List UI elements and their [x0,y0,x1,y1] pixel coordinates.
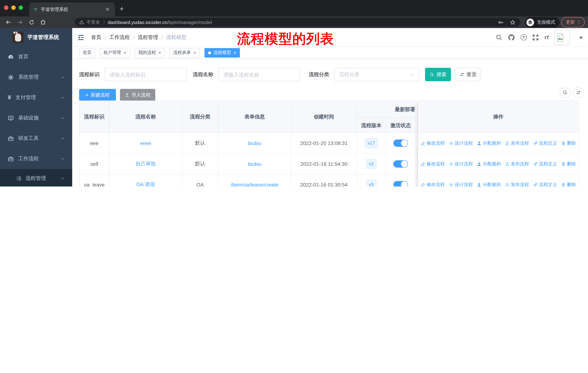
fullscreen-icon[interactable] [532,34,539,40]
sidebar-item-workflow[interactable]: 工作流程 [0,149,72,169]
active-toggle[interactable] [393,181,408,186]
warning-icon [79,20,84,25]
breadcrumb-process-mgmt[interactable]: 流程管理 [138,34,158,41]
chevron-down-icon [61,75,65,80]
breadcrumb-current: 流程模型 [166,34,187,41]
close-icon[interactable]: × [234,50,236,55]
action-publish-process[interactable]: 发布流程 [505,161,529,167]
new-tab-button[interactable]: + [120,5,124,12]
action-delete[interactable]: 删除 [561,161,576,167]
action-assign-rule[interactable]: 分配规则 [477,140,501,146]
action-publish-process[interactable]: 发布流程 [505,140,529,146]
tag-home[interactable]: 首页 [79,48,95,57]
url-domain: dashboard.yudao.iocoder.cn [108,20,167,25]
browser-tab[interactable]: 芋道管理系统 ✕ [29,2,115,16]
close-window-button[interactable] [4,5,8,10]
tag-process-form[interactable]: 流程表单× [169,48,200,57]
forward-icon[interactable] [17,19,23,26]
action-design-process[interactable]: 设计流程 [449,161,473,167]
create-process-button[interactable]: + 新建流程 [79,89,116,101]
reset-button[interactable]: 重置 [456,68,481,81]
process-name-link[interactable]: OA 请假 [136,181,155,186]
browser-update-button[interactable]: 更新 [561,17,585,27]
action-delete[interactable]: 删除 [561,140,576,146]
action-assign-rule[interactable]: 分配规则 [477,181,501,186]
search-icon[interactable] [495,34,502,41]
cell-version: v17 [357,133,386,153]
tag-process-model-active[interactable]: 流程模型× [205,48,240,57]
reload-icon[interactable] [28,19,35,25]
key-icon[interactable] [498,19,504,25]
kebab-menu-icon[interactable] [576,20,581,25]
collapse-sidebar-icon[interactable] [77,34,84,41]
action-process-definition[interactable]: 流程定义 [533,140,557,146]
user-avatar[interactable] [555,30,570,45]
sidebar-item-home[interactable]: 首页 [0,47,72,67]
process-id-input[interactable] [105,68,187,81]
cell-id: eee [79,133,109,153]
action-edit-process[interactable]: 修改流程 [421,140,445,146]
version-tag[interactable]: v5 [366,180,377,186]
action-edit-process[interactable]: 修改流程 [421,181,445,186]
action-assign-rule[interactable]: 分配规则 [477,161,501,167]
column-header-created: 创建时间 [291,101,357,133]
minimize-window-button[interactable] [11,5,16,10]
form-info-link[interactable]: biubiu [248,140,262,146]
cell-id: oa_leave [79,174,109,186]
home-icon[interactable] [40,19,46,26]
maximize-window-button[interactable] [19,5,23,10]
process-name-link[interactable]: 自己审批 [136,161,156,167]
action-design-process[interactable]: 设计流程 [449,181,473,186]
table-row: eee eeee 默认 biubiu 2022-01-20 13:08:31 v… [79,133,415,154]
form-info-link[interactable]: /bpm/oa/leave/create [231,182,279,186]
version-tag[interactable]: v17 [365,138,378,148]
sidebar-item-system[interactable]: 系统管理 [0,67,72,87]
refresh-table-button[interactable] [573,87,584,98]
tab-close-icon[interactable]: ✕ [104,6,111,13]
breadcrumb-workflow[interactable]: 工作流程 [109,34,130,41]
tag-tenant-mgmt[interactable]: 租户管理× [100,48,130,57]
version-tag[interactable]: v2 [366,159,377,169]
help-icon[interactable]: ? [520,34,526,40]
bookmark-star-icon[interactable] [510,19,516,25]
close-icon[interactable]: × [193,50,196,55]
security-status[interactable]: 不安全 [79,19,100,25]
briefcase-icon [8,156,14,162]
column-group-header-latest-deploy: 最新部署的流程定义 [357,101,415,118]
import-process-button[interactable]: 导入流程 [120,89,155,101]
show-search-toggle-button[interactable] [560,87,570,98]
breadcrumb-separator: / [133,35,135,40]
avatar-dropdown-caret-icon[interactable] [579,37,583,39]
action-delete[interactable]: 删除 [561,181,576,186]
active-toggle[interactable] [393,140,408,147]
action-design-process[interactable]: 设计流程 [449,140,473,146]
process-category-select[interactable]: 流程分类 [334,68,419,81]
process-name-link[interactable]: eeee [140,140,151,146]
tag-my-process[interactable]: 我的流程× [135,48,165,57]
cell-name: eeee [109,133,182,153]
github-icon[interactable] [508,34,515,41]
search-button[interactable]: 搜索 [425,68,451,81]
sidebar-item-process-mgmt[interactable]: 流程管理 [0,169,72,186]
action-edit-process[interactable]: 修改流程 [421,161,445,167]
action-publish-process[interactable]: 发布流程 [505,181,529,186]
address-bar[interactable]: 不安全 dashboard.yudao.iocoder.cn/bpm/manag… [75,18,520,27]
close-icon[interactable]: × [158,50,161,55]
gear-icon [449,141,453,146]
cell-name: OA 请假 [109,174,182,186]
font-size-icon[interactable]: тT [544,34,549,40]
window-controls[interactable] [4,5,23,10]
process-name-input[interactable] [218,68,300,81]
sidebar-item-infrastructure[interactable]: 基础设施 [0,108,72,128]
action-process-definition[interactable]: 流程定义 [533,181,557,186]
plus-icon: + [85,92,89,98]
active-toggle[interactable] [393,160,408,168]
sidebar-item-devtools[interactable]: 研发工具 [0,128,72,149]
action-process-definition[interactable]: 流程定义 [533,161,557,167]
breadcrumb-home[interactable]: 首页 [91,34,101,41]
back-icon[interactable] [5,19,12,26]
form-info-link[interactable]: biubiu [248,161,262,167]
sidebar-item-payment[interactable]: ¥ 支付管理 [0,87,72,108]
sidebar-logo[interactable]: 芋道管理系统 [0,28,72,47]
close-icon[interactable]: × [124,50,126,55]
